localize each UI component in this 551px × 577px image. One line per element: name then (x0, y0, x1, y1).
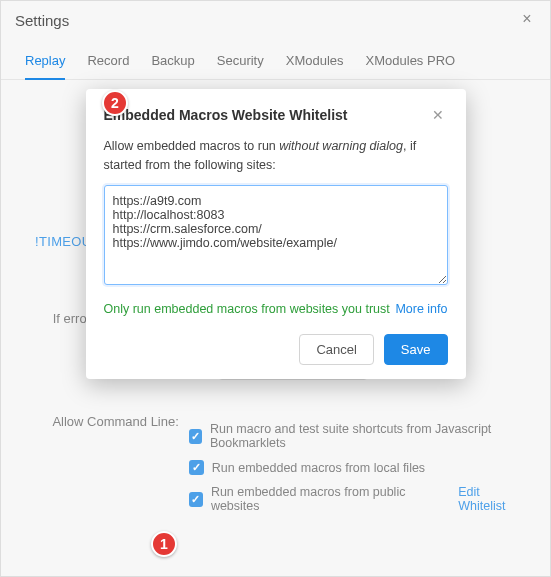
tab-backup[interactable]: Backup (151, 53, 194, 79)
modal-actions: Cancel Save (104, 334, 448, 365)
close-icon[interactable]: × (518, 11, 536, 29)
checkbox-bookmarklets[interactable] (189, 429, 202, 444)
edit-whitelist-link[interactable]: Edit Whitelist (458, 485, 526, 513)
modal-sub-row: Only run embedded macros from websites y… (104, 302, 448, 316)
tab-security[interactable]: Security (217, 53, 264, 79)
chk-public-label: Run embedded macros from public websites (211, 485, 442, 513)
whitelist-modal: Embedded Macros Website Whitelist ✕ Allo… (86, 89, 466, 379)
chk-localfiles-row: Run embedded macros from local files (189, 460, 526, 475)
modal-close-icon[interactable]: ✕ (428, 105, 448, 125)
tab-xmodules-pro[interactable]: XModules PRO (366, 53, 456, 79)
titlebar: Settings × (1, 1, 550, 39)
tabs: Replay Record Backup Security XModules X… (1, 39, 550, 80)
cancel-button[interactable]: Cancel (299, 334, 373, 365)
modal-header: Embedded Macros Website Whitelist ✕ (104, 105, 448, 125)
callout-badge-2: 2 (102, 90, 128, 116)
chk-public-row: Run embedded macros from public websites… (189, 485, 526, 513)
allow-cmdline-label[interactable]: Allow Command Line: (25, 412, 179, 429)
trust-note: Only run embedded macros from websites y… (104, 302, 390, 316)
tab-xmodules[interactable]: XModules (286, 53, 344, 79)
checkbox-localfiles[interactable] (189, 460, 204, 475)
tab-record[interactable]: Record (87, 53, 129, 79)
window-title: Settings (15, 12, 69, 29)
modal-desc-pre: Allow embedded macros to run (104, 139, 280, 153)
chk-localfiles-label: Run embedded macros from local files (212, 461, 425, 475)
settings-window: Settings × Replay Record Backup Security… (0, 0, 551, 577)
modal-description: Allow embedded macros to run without war… (104, 137, 448, 175)
save-button[interactable]: Save (384, 334, 448, 365)
cmdline-row: Allow Command Line: Run macro and test s… (25, 412, 526, 523)
modal-desc-em: without warning dialog (279, 139, 403, 153)
tab-replay[interactable]: Replay (25, 53, 65, 80)
modal-title: Embedded Macros Website Whitelist (104, 107, 348, 123)
chk-bookmarklets-label: Run macro and test suite shortcuts from … (210, 422, 526, 450)
callout-badge-1: 1 (151, 531, 177, 557)
chk-bookmarklets-row: Run macro and test suite shortcuts from … (189, 422, 526, 450)
checkbox-public-websites[interactable] (189, 492, 203, 507)
whitelist-textarea[interactable] (104, 185, 448, 285)
more-info-link[interactable]: More info (395, 302, 447, 316)
